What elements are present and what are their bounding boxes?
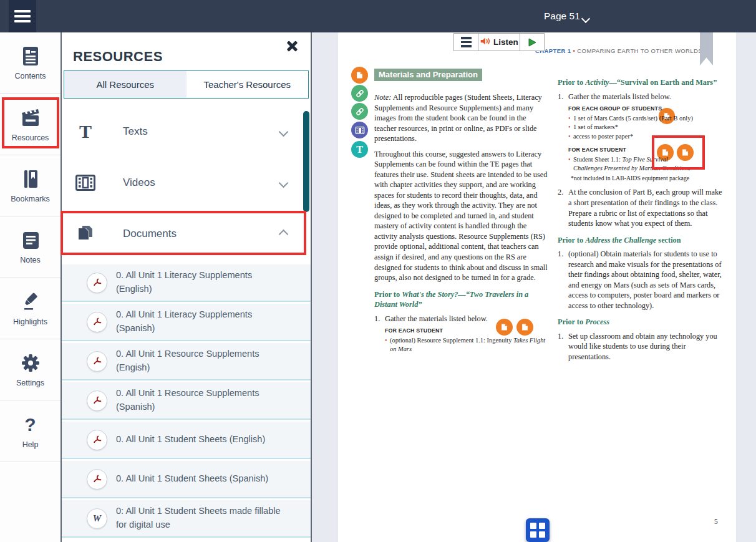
page-left-column: Note: All reproducible pages (Student Sh… [374,84,550,354]
group-label: FOR EACH STUDENT [385,327,550,335]
document-item[interactable]: W 0: All Unit 1 Student Sheets made fill… [62,500,311,538]
document-item[interactable]: 0. All Unit 1 Student Sheets (Spanish) [62,461,311,498]
footnote: *not included in LAB-AIDS equipment pack… [571,174,727,182]
pdf-icon [87,312,107,332]
sidebar-item-settings[interactable]: Settings [0,339,61,400]
sidebar-label: Settings [16,379,44,387]
sidebar-item-help[interactable]: ? Help [0,400,61,462]
bullet-item: • (optional) Resource Supplement 1.1: In… [385,336,550,353]
numbered-item: 1.Gather the materials listed below. [374,314,550,324]
document-item[interactable]: 0. All Unit 1 Literacy Supplements (Span… [62,304,311,341]
top-bar: Page 51 [0,0,756,32]
tab-all-resources[interactable]: All Resources [64,71,187,98]
section-documents[interactable]: Documents [62,208,311,259]
highlights-icon [19,291,42,313]
document-item[interactable]: 0. All Unit 1 Student Sheets (English) [62,422,311,459]
read-menu-button[interactable] [454,34,478,51]
app-window: Page 51 Contents Resources Bookmarks [0,0,756,542]
tab-teachers-resources[interactable]: Teacher's Resources [187,71,309,98]
word-icon: W [87,508,107,529]
sidebar-label: Resources [12,133,49,142]
link-resource-icon[interactable] [351,103,368,120]
bullet-item: •1 set of markers* [568,123,727,132]
sidebar-label: Help [22,440,39,449]
question-mark-icon: ? [19,414,42,436]
pdf-icon [87,430,107,450]
numbered-item: 2.At the conclusion of Part B, each grou… [558,187,727,228]
group-label: FOR EACH STUDENT [568,147,727,154]
bullet-item: •access to poster paper* [568,132,727,141]
document-item[interactable]: 0. All Unit 1 Resource Supplements (Span… [62,382,311,420]
left-sidebar: Contents Resources Bookmarks Notes Highl… [0,32,61,542]
sidebar-item-contents[interactable]: Contents [0,32,61,94]
film-icon [73,175,98,191]
resources-tabs: All Resources Teacher's Resources [64,70,309,99]
resources-icon [19,107,42,129]
contents-icon [19,45,42,67]
section-heading: Prior to Process [558,317,727,327]
pdf-icon [87,469,107,490]
gear-icon [19,352,42,374]
document-resource-icon[interactable] [351,67,368,84]
bullet-item: •1 set of Mars Cards (5 cards/set) (Part… [568,114,727,123]
document-item[interactable]: 0. All Unit 1 Literacy Supplements (Engl… [62,264,311,302]
pdf-icon [87,273,107,293]
listen-button[interactable]: Listen [478,34,520,51]
chevron-up-icon [279,229,289,239]
documents-list: 0. All Unit 1 Literacy Supplements (Engl… [62,264,311,538]
materials-chip: Materials and Preparation [374,69,482,81]
sidebar-item-bookmarks[interactable]: Bookmarks [0,155,61,216]
note-paragraph: Note: All reproducible pages (Student Sh… [374,92,550,144]
sidebar-item-resources[interactable]: Resources [0,94,61,155]
chevron-down-icon [279,178,289,188]
thumbnail-grid-button[interactable] [526,518,550,542]
sidebar-label: Highlights [13,317,47,326]
page-right-column: Prior to Activity—“Survival on Earth and… [558,77,727,365]
main-menu-button[interactable] [9,0,36,32]
panel-title: RESOURCES [73,49,163,65]
sidebar-label: Bookmarks [11,195,50,203]
sidebar-label: Contents [14,72,46,80]
section-videos[interactable]: Videos [62,157,311,208]
text-icon: T [73,122,98,141]
sidebar-item-notes[interactable]: Notes [0,216,61,278]
panel-scrollbar[interactable] [303,111,309,212]
chevron-down-icon [581,14,590,23]
link-resource-icon[interactable] [351,85,368,102]
bookmarks-icon [19,168,42,190]
speaker-icon [480,36,490,48]
page-selector[interactable]: Page 51 [544,0,589,32]
section-texts[interactable]: T Texts [62,106,311,157]
pdf-icon [87,390,107,411]
play-button[interactable] [520,34,544,51]
pdf-icon [87,351,107,372]
bullet-item: • Student Sheet 1.1: Top Five Survival C… [568,155,693,172]
play-icon [527,37,537,47]
resource-sections: T Texts Videos Documents [62,106,311,542]
document-item[interactable]: 0. All Unit 1 Resource Supplements (Engi… [62,343,311,380]
notes-icon [19,229,42,251]
numbered-item: 1.Gather the materials listed below. [558,92,727,102]
page-number: 5 [714,518,718,525]
read-toolbar: Listen [453,33,545,51]
hamburger-icon [14,10,31,12]
numbered-item: 1.(optional) Obtain materials for studen… [558,249,727,311]
documents-icon [73,225,98,243]
video-resource-icon[interactable] [351,122,368,138]
course-paragraph: Throughout this course, suggested answer… [374,149,550,283]
section-heading: Prior to Address the Challenge section [558,235,727,246]
sidebar-item-highlights[interactable]: Highlights [0,278,61,339]
group-label: FOR EACH GROUP OF STUDENTS [568,105,727,113]
resources-panel: RESOURCES All Resources Teacher's Resour… [61,32,312,542]
chevron-down-icon [279,127,289,137]
reader-area: CHAPTER 1 • COMPARING EARTH TO OTHER WOR… [312,32,756,542]
text-resource-icon[interactable]: T [351,141,368,158]
sidebar-label: Notes [20,256,41,264]
book-page: CHAPTER 1 • COMPARING EARTH TO OTHER WOR… [338,32,736,542]
section-heading: Prior to What's the Story?—“Two Traveler… [374,289,550,310]
page-label: Page 51 [544,11,580,22]
section-heading: Prior to Activity—“Survival on Earth and… [558,77,727,88]
close-icon[interactable] [286,40,298,52]
numbered-item: 1.Set up classroom and obtain any techno… [558,331,727,362]
